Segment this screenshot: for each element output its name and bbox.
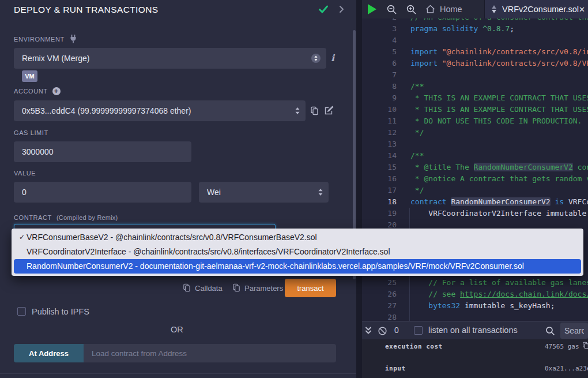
close-tab-icon[interactable]: ✕ [579, 5, 585, 14]
code-line-2: 2// An example of a consumer contract th… [362, 18, 588, 23]
compile-success-icon [318, 3, 329, 15]
parameters-label[interactable]: Parameters [244, 284, 283, 293]
terminal-rows: execution cost47565 gasinput0xa21...a23e… [362, 340, 588, 378]
terminal-search-input[interactable] [560, 323, 588, 339]
at-address-button[interactable]: At Address [14, 344, 84, 362]
line-number: 12 [362, 127, 397, 139]
line-number: 14 [362, 150, 397, 162]
code-line-4: 4 [362, 35, 588, 46]
code-line-9: 9 * THIS IS AN EXAMPLE CONTRACT THAT USE… [362, 92, 588, 104]
line-number: 25 [362, 277, 397, 289]
edit-account-icon[interactable] [324, 106, 334, 115]
contract-option-label: RandomNumberConsumerV2 - documentation-g… [27, 259, 524, 274]
code-line-3: 3pragma solidity ^0.8.7; [362, 23, 588, 35]
select-stepper-icon [311, 54, 321, 63]
terminal-row-value: 47565 gas [545, 343, 579, 350]
line-number: 5 [362, 46, 397, 58]
code-line-5: 5import "@chainlink/contracts/src/v0.8/i… [362, 46, 588, 58]
code-line-7: 7 [362, 69, 588, 81]
solidity-icon [491, 5, 497, 14]
terminal-row: input0xa21...a23e4 [362, 365, 588, 376]
contract-option[interactable]: RandomNumberConsumerV2 - documentation-g… [14, 259, 581, 274]
vm-badge: VM [22, 70, 37, 82]
run-script-icon[interactable] [368, 4, 376, 14]
line-number: 18 [362, 196, 397, 208]
check-icon: ✓ [17, 230, 27, 245]
copy-account-icon[interactable] [310, 106, 319, 115]
line-number: 3 [362, 23, 397, 35]
publish-ipfs-label: Publish to IPFS [32, 307, 89, 316]
line-number: 10 [362, 104, 397, 115]
code-line-28: 28 [362, 312, 588, 321]
contract-option-label: VRFCoordinatorV2Interface - @chainlink/c… [27, 245, 390, 259]
code-line-12: 12 */ [362, 127, 588, 139]
line-number: 17 [362, 185, 397, 196]
line-number: 16 [362, 173, 397, 185]
search-icon [545, 326, 555, 336]
code-line-13: 13 [362, 139, 588, 150]
gas-limit-input[interactable] [14, 141, 191, 162]
deploy-run-panel: DEPLOY & RUN TRANSACTIONS ENVIRONMENT Re… [0, 0, 356, 378]
add-account-icon[interactable]: + [52, 87, 61, 95]
tab-active-file[interactable]: VRFv2Consumer.sol ✕ [484, 0, 588, 18]
panel-divider[interactable] [356, 0, 362, 378]
line-number: 9 [362, 92, 397, 104]
line-number: 28 [362, 312, 397, 321]
code-line-15: 15 * @title The RandomNumberConsumerV2 c… [362, 162, 588, 173]
contract-option[interactable]: ✓VRFConsumerBaseV2 - @chainlink/contract… [14, 230, 581, 245]
pending-tx-count: 0 [394, 325, 399, 335]
calldata-label[interactable]: Calldata [195, 284, 223, 293]
info-icon[interactable]: i [331, 53, 334, 63]
select-stepper-icon [318, 188, 323, 196]
transact-button[interactable]: transact [285, 279, 336, 297]
account-label: ACCOUNT + [14, 87, 61, 95]
copy-icon[interactable] [582, 342, 588, 349]
expand-terminal-icon[interactable] [364, 326, 372, 335]
line-number: 26 [362, 289, 397, 300]
code-line-16: 16 * @notice A contract that gets random… [362, 173, 588, 185]
tab-home[interactable]: Home [425, 0, 462, 18]
chevron-right-icon[interactable] [338, 5, 345, 13]
line-number: 27 [362, 300, 397, 312]
terminal-toolbar: 0 listen on all transactions [362, 321, 588, 339]
line-number: 4 [362, 35, 397, 46]
code-line-17: 17 */ [362, 185, 588, 196]
listen-all-label: listen on all transactions [428, 325, 518, 335]
account-select[interactable]: 0x5B3...eddC4 (99.99999999997374068 ethe… [14, 100, 306, 121]
line-number: 15 [362, 162, 397, 173]
clear-console-icon[interactable] [378, 326, 387, 336]
line-number: 7 [362, 69, 397, 81]
code-line-6: 6import "@chainlink/contracts/src/v0.8/V… [362, 58, 588, 69]
code-line-10: 10 * THIS IS AN EXAMPLE CONTRACT THAT US… [362, 104, 588, 115]
zoom-out-icon[interactable] [386, 4, 397, 15]
environment-select[interactable]: Remix VM (Merge) [14, 48, 326, 69]
terminal: 0 listen on all transactions execution c… [362, 321, 588, 378]
editor-tabbar: Home VRFv2Consumer.sol ✕ [362, 0, 588, 18]
value-input[interactable] [14, 182, 191, 203]
section-divider [0, 373, 356, 374]
copy-calldata-icon[interactable] [183, 283, 191, 292]
select-stepper-icon [295, 107, 300, 115]
listen-all-checkbox[interactable] [414, 326, 423, 335]
terminal-row-label: execution cost [385, 343, 443, 350]
copy-parameters-icon[interactable] [232, 283, 240, 292]
line-number: 8 [362, 81, 397, 92]
line-number: 2 [362, 18, 397, 23]
code-line-25: 25 // For a list of available gas lanes … [362, 277, 588, 289]
code-line-26: 26 // see https://docs.chain.link/docs/v… [362, 289, 588, 300]
value-unit-select[interactable]: Wei [199, 182, 329, 203]
gas-limit-label: GAS LIMIT [14, 129, 48, 136]
remix-ide: DEPLOY & RUN TRANSACTIONS ENVIRONMENT Re… [0, 0, 588, 378]
code-line-19: 19 VRFCoordinatorV2Interface immutable C… [362, 208, 588, 219]
line-number: 13 [362, 139, 397, 150]
plug-icon [69, 35, 77, 43]
line-number: 11 [362, 115, 397, 127]
contract-dropdown: ✓VRFConsumerBaseV2 - @chainlink/contract… [12, 229, 583, 276]
value-label: VALUE [14, 170, 36, 177]
tab-home-label: Home [440, 5, 462, 14]
at-address-input[interactable] [84, 344, 336, 362]
zoom-in-icon[interactable] [406, 4, 417, 15]
publish-ipfs-checkbox[interactable] [17, 307, 26, 316]
contract-option[interactable]: VRFCoordinatorV2Interface - @chainlink/c… [14, 245, 581, 259]
contract-label: CONTRACT (Compiled by Remix) [14, 214, 118, 221]
